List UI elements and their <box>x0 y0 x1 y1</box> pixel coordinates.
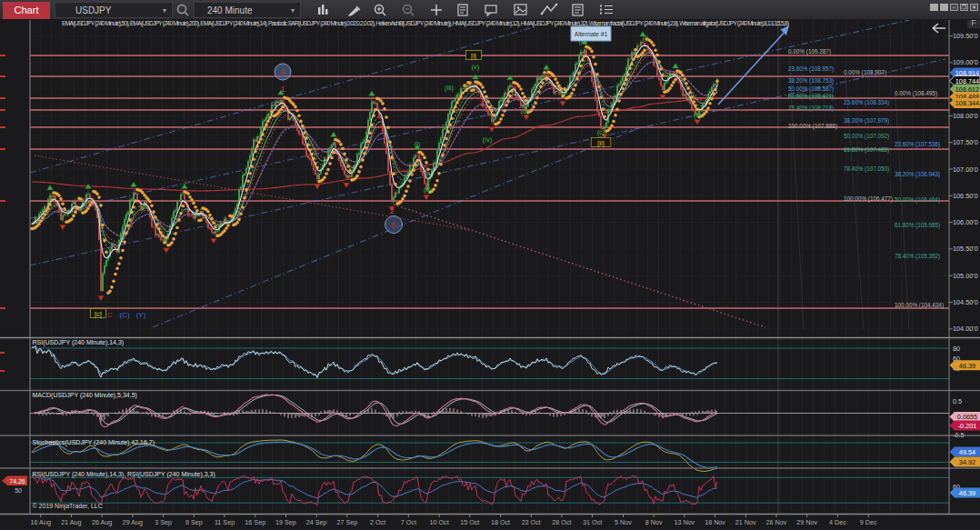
svg-text:© 2019 NinjaTrader, LLC: © 2019 NinjaTrader, LLC <box>33 503 103 510</box>
svg-text:107.00'0: 107.00'0 <box>953 165 978 174</box>
svg-text:38.20% (107.979): 38.20% (107.979) <box>844 117 889 125</box>
svg-text:105.50'0: 105.50'0 <box>953 245 978 253</box>
svg-text:74.26: 74.26 <box>9 478 25 485</box>
svg-text:23 Oct: 23 Oct <box>522 518 541 526</box>
svg-text:(i): (i) <box>415 140 421 148</box>
svg-text:EMA(USDJPY (240 Minute),50), E: EMA(USDJPY (240 Minute),50), EMA(USDJPY … <box>62 20 789 27</box>
svg-text:106.00'0: 106.00'0 <box>953 218 978 226</box>
svg-text:28 Oct: 28 Oct <box>552 518 571 526</box>
svg-text:34.92: 34.92 <box>959 458 975 466</box>
svg-text:5 Nov: 5 Nov <box>615 518 632 526</box>
svg-text:23.60% (108.334): 23.60% (108.334) <box>844 99 889 106</box>
svg-text:27 Sep: 27 Sep <box>337 518 358 526</box>
svg-text:78.40% (108.218): 78.40% (108.218) <box>788 105 834 112</box>
svg-text:109.00'0: 109.00'0 <box>953 58 978 66</box>
svg-text:49.54: 49.54 <box>959 448 975 456</box>
svg-text:(i): (i) <box>643 34 649 42</box>
svg-text:Alternate #1: Alternate #1 <box>575 31 608 37</box>
svg-text:(ii): (ii) <box>424 185 432 194</box>
svg-text:78.40% (107.050): 78.40% (107.050) <box>844 165 889 173</box>
svg-text:6 Sep: 6 Sep <box>185 518 203 526</box>
svg-text:RSI(USDJPY (240 Minute),14,3): RSI(USDJPY (240 Minute),14,3) <box>33 339 125 346</box>
svg-text:4 Dec: 4 Dec <box>829 518 846 526</box>
svg-text:-0.5: -0.5 <box>953 431 965 439</box>
svg-text:18 Oct: 18 Oct <box>491 518 510 526</box>
svg-text:31 Oct: 31 Oct <box>583 518 602 526</box>
svg-text:10 Oct: 10 Oct <box>429 518 448 526</box>
svg-text:(ii): (ii) <box>694 111 702 119</box>
svg-text:[c]: [c] <box>95 310 102 318</box>
svg-text:100.00% (107.888): 100.00% (107.888) <box>788 123 837 130</box>
svg-text:18 Nov: 18 Nov <box>705 518 725 526</box>
svg-text:C: C <box>107 311 113 319</box>
svg-text:MACD(USDJPY (240 Minute),5,34,: MACD(USDJPY (240 Minute),5,34,5) <box>33 392 137 399</box>
svg-text:(iii): (iii) <box>445 84 454 92</box>
svg-text:108.744: 108.744 <box>955 77 979 85</box>
svg-text:50.00% (106.464): 50.00% (106.464) <box>895 196 940 204</box>
svg-text:8 Nov: 8 Nov <box>645 518 663 526</box>
svg-text:13 Nov: 13 Nov <box>674 518 695 526</box>
svg-text:Stochastics(USDJPY (240 Minute: Stochastics(USDJPY (240 Minute),42,16,7) <box>33 439 155 446</box>
svg-text:9 Dec: 9 Dec <box>860 518 877 526</box>
svg-text:[ii]: [ii] <box>597 139 605 147</box>
svg-text:0.00% (109.287): 0.00% (109.287) <box>788 48 831 55</box>
svg-text:29 Aug: 29 Aug <box>123 518 143 526</box>
svg-text:46.39: 46.39 <box>959 362 975 370</box>
svg-text:3 Sep: 3 Sep <box>155 518 172 526</box>
svg-text:2: 2 <box>389 206 394 215</box>
svg-text:(c): (c) <box>597 128 605 136</box>
svg-text:(iv): (iv) <box>483 135 493 144</box>
svg-text:21 Nov: 21 Nov <box>735 518 756 526</box>
svg-text:108.00'0: 108.00'0 <box>953 112 978 120</box>
svg-text:107.50'0: 107.50'0 <box>953 138 978 146</box>
svg-text:(d): (d) <box>520 107 529 115</box>
svg-text:38.20% (106.943): 38.20% (106.943) <box>895 171 940 178</box>
svg-text:0.5: 0.5 <box>953 397 962 405</box>
svg-text:A: A <box>280 68 285 76</box>
svg-text:106.50'0: 106.50'0 <box>953 192 978 200</box>
svg-text:11 Sep: 11 Sep <box>215 518 235 526</box>
svg-text:21 Aug: 21 Aug <box>61 518 81 526</box>
svg-text:2 Oct: 2 Oct <box>370 518 385 526</box>
svg-text:78.40% (105.392): 78.40% (105.392) <box>895 253 940 260</box>
svg-text:104.00'0: 104.00'0 <box>953 325 978 333</box>
svg-text:108.344: 108.344 <box>955 99 979 107</box>
svg-text:(C): (C) <box>119 311 129 319</box>
svg-text:23.60% (108.957): 23.60% (108.957) <box>788 65 834 73</box>
svg-text:(v): (v) <box>472 63 480 71</box>
svg-text:24 Sep: 24 Sep <box>306 518 327 526</box>
svg-text:15 Oct: 15 Oct <box>460 518 479 526</box>
svg-text:104.50'0: 104.50'0 <box>953 298 978 306</box>
svg-text:105.00'0: 105.00'0 <box>953 272 978 280</box>
svg-text:-0.201: -0.201 <box>958 422 977 430</box>
svg-text:100.00% (104.434): 100.00% (104.434) <box>895 302 944 309</box>
svg-text:46.39: 46.39 <box>959 489 975 497</box>
svg-text:109.50'0: 109.50'0 <box>953 32 978 40</box>
svg-text:38.20% (108.753): 38.20% (108.753) <box>788 77 834 85</box>
svg-text:RSI(USDJPY (240 Minute),14,3),: RSI(USDJPY (240 Minute),14,3), RSI(USDJP… <box>33 471 215 478</box>
svg-text:26 Nov: 26 Nov <box>766 518 787 526</box>
svg-text:23.60% (107.536): 23.60% (107.536) <box>895 141 940 148</box>
svg-text:26 Aug: 26 Aug <box>92 518 112 526</box>
svg-text:7 Oct: 7 Oct <box>401 518 416 526</box>
svg-text:[i]: [i] <box>471 52 476 60</box>
svg-text:50.00% (108.587): 50.00% (108.587) <box>788 85 834 93</box>
svg-text:16 Sep: 16 Sep <box>245 518 265 526</box>
svg-text:29 Nov: 29 Nov <box>796 518 817 526</box>
svg-text:0.0655: 0.0655 <box>957 413 977 421</box>
svg-text:19 Sep: 19 Sep <box>275 518 296 526</box>
svg-text:(Y): (Y) <box>136 311 146 319</box>
svg-text:100.00% (106.477): 100.00% (106.477) <box>844 195 893 203</box>
svg-text:16 Aug: 16 Aug <box>31 518 51 526</box>
svg-text:50: 50 <box>15 487 22 494</box>
svg-text:0.00% (108.907): 0.00% (108.907) <box>844 69 886 76</box>
svg-text:50.00% (107.092): 50.00% (107.092) <box>844 133 889 140</box>
svg-text:1: 1 <box>280 85 285 94</box>
svg-text:80: 80 <box>953 345 960 353</box>
svg-text:0.00% (108.495): 0.00% (108.495) <box>895 90 937 97</box>
svg-text:61.80% (105.985): 61.80% (105.985) <box>895 222 940 229</box>
svg-text:B: B <box>391 221 395 229</box>
